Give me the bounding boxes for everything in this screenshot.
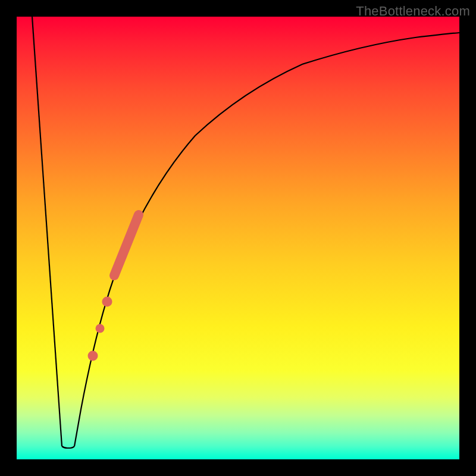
curve-overlay (17, 17, 459, 459)
highlight-dot (96, 324, 105, 333)
highlight-dot (102, 297, 112, 307)
plot-area (17, 17, 459, 459)
chart-frame: TheBottleneck.com (0, 0, 476, 476)
watermark-text: TheBottleneck.com (356, 4, 470, 19)
curve-valley-floor (62, 446, 74, 448)
highlight-dot (88, 351, 98, 361)
highlight-segment (114, 215, 139, 275)
curve-left-branch (32, 17, 62, 446)
